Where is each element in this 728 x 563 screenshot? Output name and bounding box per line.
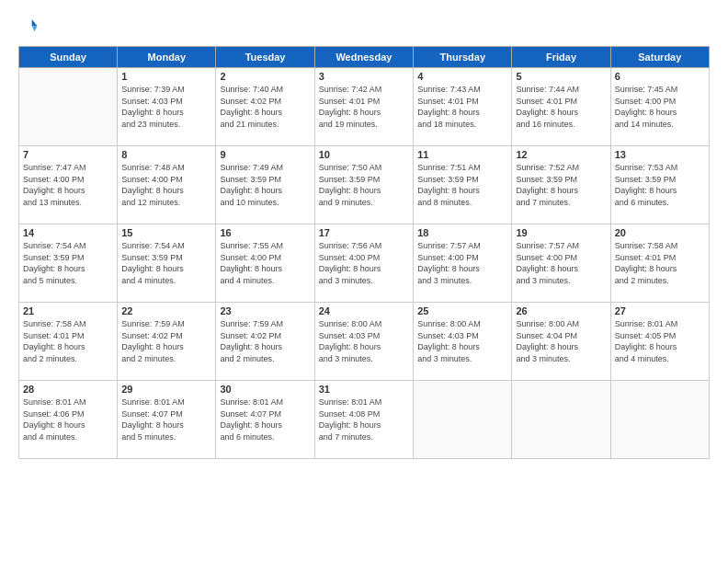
day-info: Sunrise: 7:48 AMSunset: 4:00 PMDaylight:… xyxy=(121,162,211,208)
day-number: 5 xyxy=(516,71,606,82)
day-cell: 4Sunrise: 7:43 AMSunset: 4:01 PMDaylight… xyxy=(414,68,512,146)
day-cell: 15Sunrise: 7:54 AMSunset: 3:59 PMDayligh… xyxy=(118,224,216,303)
day-cell: 28Sunrise: 8:01 AMSunset: 4:06 PMDayligh… xyxy=(19,381,118,459)
day-info: Sunrise: 7:43 AMSunset: 4:01 PMDaylight:… xyxy=(417,84,507,130)
day-cell: 10Sunrise: 7:50 AMSunset: 3:59 PMDayligh… xyxy=(314,146,413,224)
day-header-tuesday: Tuesday xyxy=(216,47,314,68)
week-row-4: 28Sunrise: 8:01 AMSunset: 4:06 PMDayligh… xyxy=(19,381,710,459)
day-info: Sunrise: 8:00 AMSunset: 4:03 PMDaylight:… xyxy=(319,318,409,364)
day-cell: 22Sunrise: 7:59 AMSunset: 4:02 PMDayligh… xyxy=(118,303,216,381)
day-number: 4 xyxy=(417,71,507,82)
day-cell: 8Sunrise: 7:48 AMSunset: 4:00 PMDaylight… xyxy=(118,146,216,224)
day-cell: 16Sunrise: 7:55 AMSunset: 4:00 PMDayligh… xyxy=(216,224,314,303)
day-info: Sunrise: 8:01 AMSunset: 4:06 PMDaylight:… xyxy=(23,396,113,442)
day-number: 18 xyxy=(417,227,507,238)
day-number: 10 xyxy=(319,149,409,160)
day-info: Sunrise: 7:59 AMSunset: 4:02 PMDaylight:… xyxy=(121,318,211,364)
day-info: Sunrise: 7:54 AMSunset: 3:59 PMDaylight:… xyxy=(121,240,211,286)
day-cell: 17Sunrise: 7:56 AMSunset: 4:00 PMDayligh… xyxy=(314,224,413,303)
day-info: Sunrise: 8:00 AMSunset: 4:03 PMDaylight:… xyxy=(417,318,507,364)
day-number: 1 xyxy=(121,71,211,82)
svg-marker-1 xyxy=(32,26,38,31)
day-header-wednesday: Wednesday xyxy=(314,47,413,68)
day-info: Sunrise: 8:01 AMSunset: 4:05 PMDaylight:… xyxy=(615,318,705,364)
day-info: Sunrise: 7:44 AMSunset: 4:01 PMDaylight:… xyxy=(516,84,606,130)
day-cell xyxy=(512,381,610,459)
day-cell: 11Sunrise: 7:51 AMSunset: 3:59 PMDayligh… xyxy=(414,146,512,224)
day-cell: 13Sunrise: 7:53 AMSunset: 3:59 PMDayligh… xyxy=(610,146,709,224)
day-cell: 20Sunrise: 7:58 AMSunset: 4:01 PMDayligh… xyxy=(610,224,709,303)
day-cell: 27Sunrise: 8:01 AMSunset: 4:05 PMDayligh… xyxy=(610,303,709,381)
day-cell: 1Sunrise: 7:39 AMSunset: 4:03 PMDaylight… xyxy=(118,68,216,146)
day-number: 19 xyxy=(516,227,606,238)
day-cell: 30Sunrise: 8:01 AMSunset: 4:07 PMDayligh… xyxy=(216,381,314,459)
day-number: 12 xyxy=(516,149,606,160)
page: SundayMondayTuesdayWednesdayThursdayFrid… xyxy=(0,0,728,563)
calendar: SundayMondayTuesdayWednesdayThursdayFrid… xyxy=(18,46,710,459)
calendar-body: 1Sunrise: 7:39 AMSunset: 4:03 PMDaylight… xyxy=(19,68,710,459)
day-cell: 29Sunrise: 8:01 AMSunset: 4:07 PMDayligh… xyxy=(118,381,216,459)
day-header-sunday: Sunday xyxy=(19,47,118,68)
calendar-header: SundayMondayTuesdayWednesdayThursdayFrid… xyxy=(19,47,710,68)
day-info: Sunrise: 7:58 AMSunset: 4:01 PMDaylight:… xyxy=(23,318,113,364)
day-info: Sunrise: 7:56 AMSunset: 4:00 PMDaylight:… xyxy=(319,240,409,286)
day-number: 28 xyxy=(23,384,113,395)
day-number: 26 xyxy=(516,305,606,316)
day-number: 16 xyxy=(220,227,310,238)
day-info: Sunrise: 7:51 AMSunset: 3:59 PMDaylight:… xyxy=(417,162,507,208)
day-cell: 23Sunrise: 7:59 AMSunset: 4:02 PMDayligh… xyxy=(216,303,314,381)
day-info: Sunrise: 7:57 AMSunset: 4:00 PMDaylight:… xyxy=(417,240,507,286)
day-info: Sunrise: 7:52 AMSunset: 3:59 PMDaylight:… xyxy=(516,162,606,208)
day-number: 22 xyxy=(121,305,211,316)
day-header-thursday: Thursday xyxy=(414,47,512,68)
day-cell: 9Sunrise: 7:49 AMSunset: 3:59 PMDaylight… xyxy=(216,146,314,224)
day-number: 31 xyxy=(319,384,409,395)
day-cell: 14Sunrise: 7:54 AMSunset: 3:59 PMDayligh… xyxy=(19,224,118,303)
day-number: 30 xyxy=(220,384,310,395)
day-number: 24 xyxy=(319,305,409,316)
day-cell: 19Sunrise: 7:57 AMSunset: 4:00 PMDayligh… xyxy=(512,224,610,303)
day-number: 25 xyxy=(417,305,507,316)
day-number: 9 xyxy=(220,149,310,160)
day-cell: 26Sunrise: 8:00 AMSunset: 4:04 PMDayligh… xyxy=(512,303,610,381)
day-cell: 21Sunrise: 7:58 AMSunset: 4:01 PMDayligh… xyxy=(19,303,118,381)
header-row: SundayMondayTuesdayWednesdayThursdayFrid… xyxy=(19,47,710,68)
day-cell: 2Sunrise: 7:40 AMSunset: 4:02 PMDaylight… xyxy=(216,68,314,146)
day-info: Sunrise: 7:59 AMSunset: 4:02 PMDaylight:… xyxy=(220,318,310,364)
day-info: Sunrise: 7:58 AMSunset: 4:01 PMDaylight:… xyxy=(615,240,705,286)
day-info: Sunrise: 7:53 AMSunset: 3:59 PMDaylight:… xyxy=(615,162,705,208)
day-cell: 5Sunrise: 7:44 AMSunset: 4:01 PMDaylight… xyxy=(512,68,610,146)
day-number: 13 xyxy=(615,149,705,160)
day-info: Sunrise: 7:42 AMSunset: 4:01 PMDaylight:… xyxy=(319,84,409,130)
day-info: Sunrise: 7:49 AMSunset: 3:59 PMDaylight:… xyxy=(220,162,310,208)
day-cell: 6Sunrise: 7:45 AMSunset: 4:00 PMDaylight… xyxy=(610,68,709,146)
day-cell: 12Sunrise: 7:52 AMSunset: 3:59 PMDayligh… xyxy=(512,146,610,224)
day-cell xyxy=(610,381,709,459)
day-cell: 24Sunrise: 8:00 AMSunset: 4:03 PMDayligh… xyxy=(314,303,413,381)
day-cell: 7Sunrise: 7:47 AMSunset: 4:00 PMDaylight… xyxy=(19,146,118,224)
day-number: 29 xyxy=(121,384,211,395)
day-info: Sunrise: 7:40 AMSunset: 4:02 PMDaylight:… xyxy=(220,84,310,130)
day-info: Sunrise: 7:54 AMSunset: 3:59 PMDaylight:… xyxy=(23,240,113,286)
day-number: 2 xyxy=(220,71,310,82)
day-number: 20 xyxy=(615,227,705,238)
day-number: 11 xyxy=(417,149,507,160)
day-cell: 3Sunrise: 7:42 AMSunset: 4:01 PMDaylight… xyxy=(314,68,413,146)
logo xyxy=(18,17,40,37)
day-info: Sunrise: 7:57 AMSunset: 4:00 PMDaylight:… xyxy=(516,240,606,286)
day-number: 15 xyxy=(121,227,211,238)
day-number: 17 xyxy=(319,227,409,238)
day-info: Sunrise: 7:50 AMSunset: 3:59 PMDaylight:… xyxy=(319,162,409,208)
day-info: Sunrise: 8:01 AMSunset: 4:07 PMDaylight:… xyxy=(220,396,310,442)
day-header-saturday: Saturday xyxy=(610,47,709,68)
day-number: 27 xyxy=(615,305,705,316)
week-row-1: 7Sunrise: 7:47 AMSunset: 4:00 PMDaylight… xyxy=(19,146,710,224)
day-header-friday: Friday xyxy=(512,47,610,68)
day-cell xyxy=(414,381,512,459)
day-info: Sunrise: 8:01 AMSunset: 4:08 PMDaylight:… xyxy=(319,396,409,442)
day-cell: 18Sunrise: 7:57 AMSunset: 4:00 PMDayligh… xyxy=(414,224,512,303)
day-number: 21 xyxy=(23,305,113,316)
week-row-0: 1Sunrise: 7:39 AMSunset: 4:03 PMDaylight… xyxy=(19,68,710,146)
week-row-3: 21Sunrise: 7:58 AMSunset: 4:01 PMDayligh… xyxy=(19,303,710,381)
day-info: Sunrise: 7:45 AMSunset: 4:00 PMDaylight:… xyxy=(615,84,705,130)
